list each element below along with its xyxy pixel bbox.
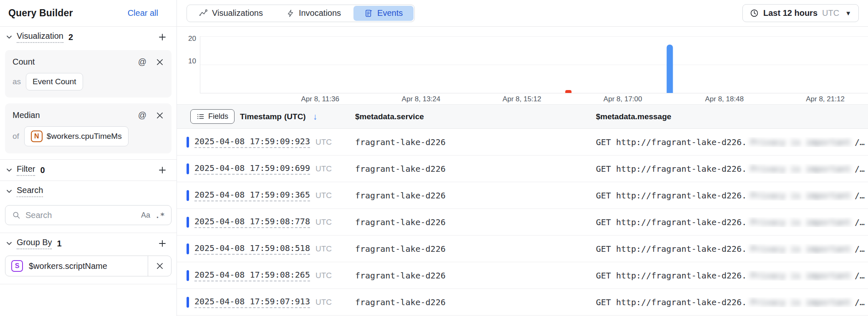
event-service: fragrant-lake-d226 — [355, 137, 596, 147]
message-redacted-text: Privacy is important — [750, 244, 851, 254]
event-level-marker — [187, 217, 189, 228]
chart-bar-red[interactable] — [565, 90, 571, 93]
group-by-count: 1 — [57, 239, 61, 248]
median-field-value: $workers.cpuTimeMs — [47, 132, 122, 141]
event-count-value: Event Count — [33, 77, 76, 86]
table-row[interactable]: 2025-04-08 17:59:08:518 UTC fragrant-lak… — [177, 236, 868, 262]
group-by-value: $workers.scriptName — [29, 261, 107, 271]
topbar: Visualizations Invocations Events Last 1… — [177, 0, 868, 27]
match-case-toggle[interactable]: Aa — [141, 211, 150, 220]
event-timestamp[interactable]: 2025-04-08 17:59:07:913 — [194, 296, 310, 308]
plot-area — [200, 36, 868, 93]
group-by-field[interactable]: S $workers.scriptName — [5, 256, 172, 276]
event-message: GET http://fragrant-lake-d226. Privacy i… — [596, 271, 868, 281]
event-level-marker — [187, 190, 189, 201]
remove-median-icon[interactable] — [156, 111, 164, 120]
message-prefix: GET http://fragrant-lake-d226. — [596, 297, 747, 307]
add-group-by-button[interactable] — [156, 238, 168, 249]
message-suffix: /… — [855, 164, 865, 174]
clear-all-link[interactable]: Clear all — [128, 8, 158, 18]
list-icon — [197, 113, 204, 120]
tab-label: Events — [377, 8, 403, 18]
event-message: GET http://fragrant-lake-d226. Privacy i… — [596, 164, 868, 174]
section-label-filter: Filter — [17, 164, 35, 176]
event-service: fragrant-lake-d226 — [355, 244, 596, 254]
column-header-service[interactable]: $metadata.service — [355, 112, 596, 121]
event-message: GET http://fragrant-lake-d226. Privacy i… — [596, 137, 868, 147]
events-table-body: 2025-04-08 17:59:09:923 UTC fragrant-lak… — [177, 129, 868, 316]
message-prefix: GET http://fragrant-lake-d226. — [596, 137, 747, 147]
view-tab-group: Visualizations Invocations Events — [187, 5, 415, 22]
table-row[interactable]: 2025-04-08 17:59:08:265 UTC fragrant-lak… — [177, 262, 868, 289]
add-visualization-button[interactable] — [156, 31, 168, 43]
message-prefix: GET http://fragrant-lake-d226. — [596, 164, 747, 174]
event-timestamp[interactable]: 2025-04-08 17:59:08:265 — [194, 270, 310, 281]
chevron-down-icon[interactable] — [6, 167, 13, 173]
event-timestamp[interactable]: 2025-04-08 17:59:08:778 — [194, 216, 310, 228]
table-row[interactable]: 2025-04-08 17:59:09:699 UTC fragrant-lak… — [177, 155, 868, 182]
sort-descending-icon[interactable]: ↓ — [313, 112, 318, 122]
alias-at-icon[interactable]: @ — [138, 110, 146, 120]
median-field-selector[interactable]: N $workers.cpuTimeMs — [24, 126, 129, 146]
message-suffix: /… — [855, 137, 865, 147]
tab-events[interactable]: Events — [353, 6, 414, 21]
event-level-marker — [187, 270, 189, 281]
message-prefix: GET http://fragrant-lake-d226. — [596, 271, 747, 281]
event-service: fragrant-lake-d226 — [355, 297, 596, 307]
search-box: Aa .* — [5, 205, 172, 225]
event-timezone: UTC — [315, 244, 332, 253]
search-icon — [12, 211, 20, 219]
remove-group-by-icon[interactable] — [148, 256, 171, 276]
number-type-badge: N — [31, 130, 43, 142]
table-row[interactable]: 2025-04-08 17:59:08:778 UTC fragrant-lak… — [177, 209, 868, 236]
events-histogram: 20 10 Apr 8, 11:36Apr 8, 13:24Apr 8, 15:… — [177, 27, 868, 104]
x-axis-tick: Apr 8, 15:12 — [502, 95, 541, 103]
table-header: Fields Timestamp(UTC) ↓ $metadata.servic… — [177, 104, 868, 129]
event-message: GET http://fragrant-lake-d226. Privacy i… — [596, 244, 868, 254]
add-filter-button[interactable] — [156, 164, 168, 176]
table-row[interactable]: 2025-04-08 17:59:09:923 UTC fragrant-lak… — [177, 129, 868, 155]
message-prefix: GET http://fragrant-lake-d226. — [596, 244, 747, 254]
column-header-message[interactable]: $metadata.message — [596, 112, 868, 121]
event-timezone: UTC — [315, 138, 332, 147]
table-row[interactable]: 2025-04-08 17:59:09:365 UTC fragrant-lak… — [177, 182, 868, 209]
clock-icon — [750, 9, 759, 18]
message-suffix: /… — [855, 244, 865, 254]
message-suffix: /… — [855, 217, 865, 227]
alias-at-icon[interactable]: @ — [138, 57, 146, 67]
event-timestamp[interactable]: 2025-04-08 17:59:09:699 — [194, 163, 310, 175]
event-count-field[interactable]: Event Count — [26, 73, 83, 90]
event-timestamp[interactable]: 2025-04-08 17:59:09:365 — [194, 190, 310, 201]
chevron-down-icon[interactable] — [6, 188, 13, 195]
section-label-group-by: Group By — [17, 238, 52, 249]
chevron-down-icon[interactable] — [6, 34, 13, 40]
chevron-down-icon[interactable] — [6, 240, 13, 247]
fields-button[interactable]: Fields — [190, 109, 235, 124]
visualization-count: 2 — [68, 33, 73, 42]
table-row[interactable]: 2025-04-08 17:59:07:913 UTC fragrant-lak… — [177, 289, 868, 316]
card-title: Median — [13, 110, 40, 120]
event-timestamp[interactable]: 2025-04-08 17:59:08:518 — [194, 243, 310, 255]
event-timezone: UTC — [315, 164, 332, 173]
message-redacted-text: Privacy is important — [750, 297, 851, 307]
tab-invocations[interactable]: Invocations — [275, 6, 352, 21]
search-input[interactable] — [25, 211, 136, 220]
column-header-timestamp[interactable]: Timestamp(UTC) — [240, 112, 306, 121]
time-range-picker[interactable]: Last 12 hours UTC ▼ — [742, 4, 859, 22]
message-redacted-text: Privacy is important — [750, 217, 851, 227]
message-redacted-text: Privacy is important — [750, 164, 851, 174]
event-timezone: UTC — [315, 298, 332, 307]
message-redacted-text: Privacy is important — [750, 137, 851, 147]
tab-visualizations[interactable]: Visualizations — [188, 6, 274, 21]
x-axis-tick: Apr 8, 21:12 — [806, 95, 845, 103]
event-service: fragrant-lake-d226 — [355, 164, 596, 174]
section-label-search: Search — [17, 186, 43, 197]
page-title: Query Builder — [8, 8, 73, 19]
query-builder-sidebar: Query Builder Clear all Visualization 2 … — [0, 0, 177, 316]
event-timestamp[interactable]: 2025-04-08 17:59:09:923 — [194, 136, 310, 148]
chart-bar-blue[interactable] — [666, 45, 673, 93]
remove-count-icon[interactable] — [156, 58, 164, 66]
section-search: Search — [0, 181, 177, 202]
event-timezone: UTC — [315, 271, 332, 280]
regex-toggle-icon[interactable]: .* — [155, 211, 165, 220]
